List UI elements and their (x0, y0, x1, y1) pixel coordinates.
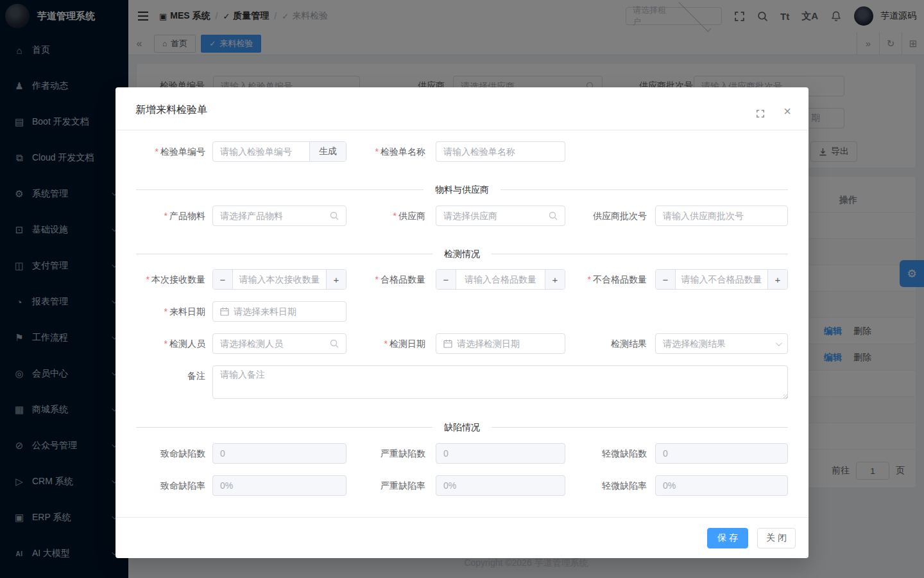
field-label-name: *检验单名称 (336, 141, 425, 162)
calendar-icon (220, 307, 229, 316)
field-label-supplier: *供应商 (336, 206, 425, 226)
fatal-rate-input (212, 475, 346, 496)
field-label-arrival-date: *来料日期 (116, 301, 205, 322)
fatal-count-input (212, 443, 346, 464)
unqualified-qty-stepper: − + (655, 269, 788, 290)
increase-button[interactable]: + (767, 270, 787, 289)
minor-count-input (655, 443, 788, 464)
section-defects: 缺陷情况 (136, 427, 788, 428)
dialog-fullscreen-icon[interactable] (756, 109, 765, 118)
inspect-date-picker[interactable] (436, 333, 565, 354)
field-label-supplier-batch: 供应商批次号 (557, 206, 647, 226)
code-input-group: 生成 (212, 141, 346, 162)
calendar-icon (443, 339, 452, 348)
serious-rate-input (436, 475, 565, 496)
add-inspection-dialog: 新增来料检验单 × *检验单编号 生成 *检验单名称 物料与供应商 *产品物料 … (116, 87, 809, 558)
field-label-code: *检验单编号 (116, 141, 205, 162)
minor-rate-input (655, 475, 788, 496)
field-label-fatal-rate: 致命缺陷率 (116, 475, 205, 496)
dialog-close-icon[interactable]: × (783, 105, 791, 118)
field-label-unqualified-qty: *不合格品数量 (557, 269, 647, 290)
resize-handle[interactable] (783, 394, 788, 399)
chevron-down-icon (776, 340, 782, 346)
received-qty-stepper: − + (212, 269, 346, 290)
search-icon (549, 211, 558, 220)
arrival-date-picker[interactable] (212, 301, 346, 322)
decrease-button[interactable]: − (436, 270, 456, 289)
serious-count-input (436, 443, 565, 464)
field-label-remark: 备注 (116, 365, 205, 386)
field-label-result: 检测结果 (557, 333, 647, 354)
remark-textarea[interactable] (212, 365, 788, 399)
field-label-minor-rate: 轻微缺陷率 (557, 475, 647, 496)
save-button[interactable]: 保 存 (707, 528, 748, 548)
field-label-inspector: *检测人员 (116, 333, 205, 354)
field-label-minor-count: 轻微缺陷数 (557, 443, 647, 464)
field-label-serious-rate: 严重缺陷率 (336, 475, 425, 496)
field-label-inspect-date: *检测日期 (336, 333, 425, 354)
supplier-batch-input[interactable] (655, 206, 788, 226)
dialog-footer-divider (116, 517, 809, 518)
name-input[interactable] (436, 141, 565, 162)
section-material-supplier: 物料与供应商 (136, 189, 788, 190)
material-select[interactable] (212, 206, 346, 226)
qualified-qty-input[interactable] (456, 270, 545, 289)
field-label-fatal-count: 致命缺陷数 (116, 443, 205, 464)
field-label-qualified-qty: *合格品数量 (336, 269, 425, 290)
received-qty-input[interactable] (233, 270, 326, 289)
field-label-serious-count: 严重缺陷数 (336, 443, 425, 464)
section-inspection: 检测情况 (136, 254, 788, 254)
supplier-select[interactable] (436, 206, 565, 226)
unqualified-qty-input[interactable] (676, 270, 767, 289)
decrease-button[interactable]: − (213, 270, 233, 289)
dialog-header: 新增来料检验单 × (116, 87, 809, 130)
field-label-received-qty: *本次接收数量 (116, 269, 205, 290)
code-input[interactable] (213, 146, 305, 157)
dialog-title: 新增来料检验单 (135, 103, 207, 117)
inspector-select[interactable] (212, 333, 346, 354)
close-button[interactable]: 关 闭 (757, 528, 796, 548)
result-select[interactable] (655, 333, 788, 354)
decrease-button[interactable]: − (656, 270, 676, 289)
qualified-qty-stepper: − + (436, 269, 565, 290)
field-label-material: *产品物料 (116, 206, 205, 226)
